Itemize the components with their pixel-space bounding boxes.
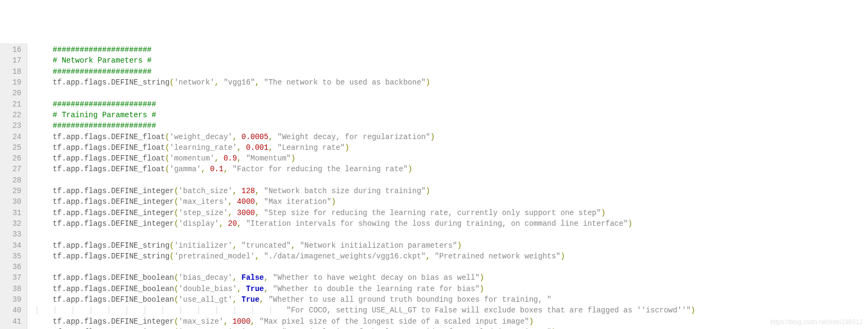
line-number: 22	[2, 110, 21, 120]
code-line: tf.app.flags.DEFINE_float('momentum', 0.…	[35, 153, 695, 164]
code-editor: 1617181920212223242526272829303132333435…	[0, 43, 868, 329]
code-line: tf.app.flags.DEFINE_float('learning_rate…	[35, 142, 695, 153]
code-line: tf.app.flags.DEFINE_integer('test_max_si…	[35, 327, 695, 329]
code-line: tf.app.flags.DEFINE_float('weight_decay'…	[35, 132, 695, 142]
code-line: tf.app.flags.DEFINE_integer('display', 2…	[35, 218, 695, 229]
line-number: 41	[2, 316, 21, 327]
code-line: tf.app.flags.DEFINE_integer('batch_size'…	[35, 186, 695, 196]
line-number: 27	[2, 164, 21, 174]
line-number: 36	[2, 262, 21, 272]
line-number: 18	[2, 66, 21, 77]
code-line: tf.app.flags.DEFINE_float('gamma', 0.1, …	[35, 164, 695, 174]
code-line: tf.app.flags.DEFINE_boolean('bias_decay'…	[35, 272, 695, 283]
code-line	[35, 175, 695, 186]
line-number: 34	[2, 240, 21, 251]
line-number: 35	[2, 251, 21, 262]
line-number: 32	[2, 218, 21, 229]
code-line: # Network Parameters #	[35, 55, 695, 66]
line-number: 30	[2, 196, 21, 207]
code-line: ######################	[35, 44, 695, 55]
code-line: # Training Parameters #	[35, 110, 695, 120]
code-line: tf.app.flags.DEFINE_integer('max_size', …	[35, 316, 695, 327]
line-number: 39	[2, 294, 21, 305]
code-line: tf.app.flags.DEFINE_string('pretrained_m…	[35, 251, 695, 262]
line-number: 19	[2, 77, 21, 88]
code-line: tf.app.flags.DEFINE_integer('max_iters',…	[35, 196, 695, 207]
code-line: tf.app.flags.DEFINE_string('network', "v…	[35, 77, 695, 88]
code-line: tf.app.flags.DEFINE_string('initializer'…	[35, 240, 695, 251]
line-number: 23	[2, 120, 21, 131]
line-number: 40	[2, 305, 21, 316]
line-number: 17	[2, 55, 21, 66]
code-line: tf.app.flags.DEFINE_integer('step_size',…	[35, 208, 695, 218]
line-number: 20	[2, 88, 21, 98]
watermark-text: https://blog.csdn.net/kebi199312	[770, 318, 863, 327]
code-line: ######################	[35, 66, 695, 77]
line-number: 21	[2, 99, 21, 110]
code-line	[35, 262, 695, 272]
line-number: 38	[2, 284, 21, 294]
line-number: 25	[2, 142, 21, 153]
line-number: 16	[2, 44, 21, 55]
line-number: 31	[2, 208, 21, 218]
line-number-gutter: 1617181920212223242526272829303132333435…	[0, 43, 27, 329]
line-number: 33	[2, 229, 21, 240]
line-number: 42	[2, 327, 21, 329]
code-line: | | | | | | | | | | | | | | "For COCO, s…	[35, 305, 695, 316]
line-number: 26	[2, 153, 21, 164]
code-line	[35, 88, 695, 98]
code-line: tf.app.flags.DEFINE_boolean('use_all_gt'…	[35, 294, 695, 305]
line-number: 24	[2, 132, 21, 142]
code-area[interactable]: ###################### # Network Paramet…	[27, 43, 695, 329]
code-line: #######################	[35, 120, 695, 131]
line-number: 29	[2, 186, 21, 196]
code-line	[35, 229, 695, 240]
line-number: 28	[2, 175, 21, 186]
line-number: 37	[2, 272, 21, 283]
code-line: tf.app.flags.DEFINE_boolean('double_bias…	[35, 284, 695, 294]
code-line: #######################	[35, 99, 695, 110]
